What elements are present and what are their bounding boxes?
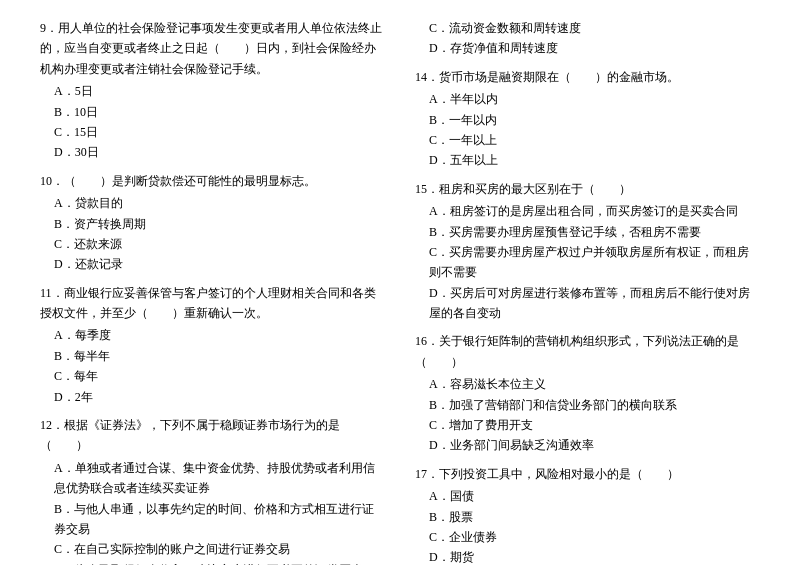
- question-10: 10．（ ）是判断贷款偿还可能性的最明显标志。 A．贷款目的 B．资产转换周期 …: [40, 171, 385, 275]
- q17-option-c: C．企业债券: [415, 527, 760, 547]
- q9-option-a: A．5日: [40, 81, 385, 101]
- question-14-text: 14．货币市场是融资期限在（ ）的金融市场。: [415, 67, 760, 87]
- question-14: 14．货币市场是融资期限在（ ）的金融市场。 A．半年以内 B．一年以内 C．一…: [415, 67, 760, 171]
- question-11: 11．商业银行应妥善保管与客户签订的个人理财相关合同和各类授权文件，并至少（ ）…: [40, 283, 385, 407]
- question-10-text: 10．（ ）是判断贷款偿还可能性的最明显标志。: [40, 171, 385, 191]
- q11-option-c: C．每年: [40, 366, 385, 386]
- q16-option-a: A．容易滋长本位主义: [415, 374, 760, 394]
- question-12-text: 12．根据《证券法》，下列不属于稳顾证券市场行为的是（ ）: [40, 415, 385, 456]
- question-16-text: 16．关于银行矩阵制的营销机构组织形式，下列说法正确的是（ ）: [415, 331, 760, 372]
- question-17: 17．下列投资工具中，风险相对最小的是（ ） A．国债 B．股票 C．企业债券 …: [415, 464, 760, 565]
- question-15-text: 15．租房和买房的最大区别在于（ ）: [415, 179, 760, 199]
- q11-option-b: B．每半年: [40, 346, 385, 366]
- q15-option-d: D．买房后可对房屋进行装修布置等，而租房后不能行使对房屋的各自变动: [415, 283, 760, 324]
- q9-option-c: C．15日: [40, 122, 385, 142]
- question-17-text: 17．下列投资工具中，风险相对最小的是（ ）: [415, 464, 760, 484]
- question-9: 9．用人单位的社会保险登记事项发生变更或者用人单位依法终止的，应当自变更或者终止…: [40, 18, 385, 163]
- q15-option-a: A．租房签订的是房屋出租合同，而买房签订的是买卖合同: [415, 201, 760, 221]
- question-12: 12．根据《证券法》，下列不属于稳顾证券市场行为的是（ ） A．单独或者通过合谋…: [40, 415, 385, 565]
- question-16: 16．关于银行矩阵制的营销机构组织形式，下列说法正确的是（ ） A．容易滋长本位…: [415, 331, 760, 455]
- q10-option-b: B．资产转换周期: [40, 214, 385, 234]
- q15-option-c: C．买房需要办理房屋产权过户并领取房屋所有权证，而租房则不需要: [415, 242, 760, 283]
- q17-option-d: D．期货: [415, 547, 760, 565]
- q12-option-c: C．在自己实际控制的账户之间进行证券交易: [40, 539, 385, 559]
- page-content: 9．用人单位的社会保险登记事项发生变更或者用人单位依法终止的，应当自变更或者终止…: [40, 18, 760, 565]
- q16-option-b: B．加强了营销部门和信贷业务部门的横向联系: [415, 395, 760, 415]
- q11-option-a: A．每季度: [40, 325, 385, 345]
- q10-option-a: A．贷款目的: [40, 193, 385, 213]
- q13-option-d: D．存货净值和周转速度: [415, 38, 760, 58]
- q12-option-b: B．与他人串通，以事先约定的时间、价格和方式相互进行证券交易: [40, 499, 385, 540]
- left-column: 9．用人单位的社会保险登记事项发生变更或者用人单位依法终止的，应当自变更或者终止…: [40, 18, 385, 565]
- question-15: 15．租房和买房的最大区别在于（ ） A．租房签订的是房屋出租合同，而买房签订的…: [415, 179, 760, 324]
- q9-option-d: D．30日: [40, 142, 385, 162]
- q17-option-a: A．国债: [415, 486, 760, 506]
- q12-option-d: D．为自己取得佣金收入，建议客户进行不必要的证券买卖: [40, 560, 385, 565]
- q14-option-c: C．一年以上: [415, 130, 760, 150]
- q14-option-a: A．半年以内: [415, 89, 760, 109]
- q12-option-a: A．单独或者通过合谋、集中资金优势、持股优势或者利用信息优势联合或者连续买卖证券: [40, 458, 385, 499]
- q16-option-d: D．业务部门间易缺乏沟通效率: [415, 435, 760, 455]
- q14-option-b: B．一年以内: [415, 110, 760, 130]
- q10-option-d: D．还款记录: [40, 254, 385, 274]
- q13-option-c: C．流动资金数额和周转速度: [415, 18, 760, 38]
- q17-option-b: B．股票: [415, 507, 760, 527]
- q16-option-c: C．增加了费用开支: [415, 415, 760, 435]
- right-column: C．流动资金数额和周转速度 D．存货净值和周转速度 14．货币市场是融资期限在（…: [415, 18, 760, 565]
- q15-option-b: B．买房需要办理房屋预售登记手续，否租房不需要: [415, 222, 760, 242]
- question-13-continued: C．流动资金数额和周转速度 D．存货净值和周转速度: [415, 18, 760, 59]
- q9-option-b: B．10日: [40, 102, 385, 122]
- question-9-text: 9．用人单位的社会保险登记事项发生变更或者用人单位依法终止的，应当自变更或者终止…: [40, 18, 385, 79]
- q14-option-d: D．五年以上: [415, 150, 760, 170]
- question-11-text: 11．商业银行应妥善保管与客户签订的个人理财相关合同和各类授权文件，并至少（ ）…: [40, 283, 385, 324]
- q10-option-c: C．还款来源: [40, 234, 385, 254]
- q11-option-d: D．2年: [40, 387, 385, 407]
